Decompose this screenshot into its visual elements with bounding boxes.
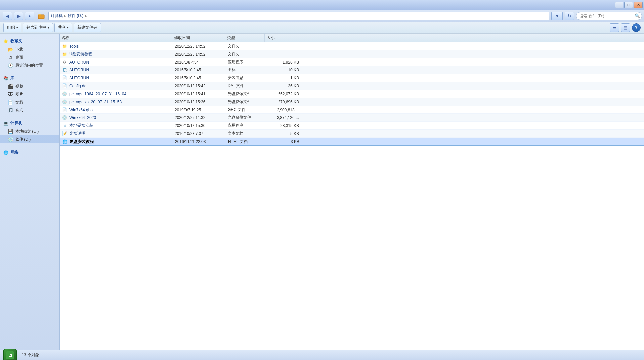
table-row[interactable]: 📝 光盘说明 2016/10/23 7:07 文本文档 5 KB (60, 130, 644, 138)
file-name: Win7x64.gho (69, 108, 93, 112)
file-list-header: 名称 修改日期 类型 大小 (60, 34, 644, 42)
sidebar-item-desktop[interactable]: 🖥 桌面 (0, 53, 59, 61)
network-section: 🌐 网络 (0, 148, 59, 157)
sidebar-item-software-d[interactable]: 💿 软件 (D:) (0, 135, 59, 143)
table-row[interactable]: 📄 Config.dat 2020/10/12 15:42 DAT 文件 36 … (60, 82, 644, 90)
table-row[interactable]: 📄 AUTORUN 2015/5/10 2:45 安装信息 1 KB (60, 74, 644, 82)
sidebar-item-image[interactable]: 🖼 图片 (0, 90, 59, 98)
file-name-cell: 🖼 AUTORUN (60, 67, 172, 73)
organize-button[interactable]: 组织 ▾ (3, 23, 21, 32)
file-icon: 💿 (62, 115, 67, 121)
image-icon: 🖼 (7, 91, 13, 97)
file-name-cell: 💿 Win7x64_2020 (60, 115, 172, 121)
share-button[interactable]: 共享 ▾ (54, 23, 72, 32)
titlebar: ─ □ ✕ (0, 0, 644, 10)
table-row[interactable]: 📁 Tools 2020/12/25 14:52 文件夹 (60, 42, 644, 50)
network-header[interactable]: 🌐 网络 (0, 148, 59, 157)
status-count: 13 个对象 (22, 352, 39, 358)
recent-icon: 🕐 (7, 62, 13, 68)
address-bar: ◀ ▶ ▲ 计算机 ▶ 软件 (D:) ▶ ▾ ↻ 🔍 (0, 10, 644, 22)
music-label: 音乐 (15, 108, 23, 113)
library-icon: 📚 (3, 76, 8, 81)
file-icon: 📄 (62, 75, 67, 81)
col-header-date[interactable]: 修改日期 (172, 34, 225, 42)
col-header-name[interactable]: 名称 (60, 34, 172, 42)
library-header[interactable]: 📚 库 (0, 74, 59, 82)
minimize-button[interactable]: ─ (615, 2, 623, 8)
file-type-cell: 文本文档 (225, 131, 265, 136)
breadcrumb-computer[interactable]: 计算机 (51, 13, 63, 19)
forward-button[interactable]: ▶ (14, 12, 23, 20)
favorites-label: 收藏夹 (10, 38, 22, 44)
view-toggle-button2[interactable]: ▤ (621, 23, 630, 32)
video-icon: 🎬 (7, 83, 13, 89)
software-d-label: 软件 (D:) (15, 137, 31, 142)
sidebar-item-music[interactable]: 🎵 音乐 (0, 106, 59, 114)
file-type-cell: 光盘映像文件 (225, 99, 265, 105)
dropdown-button[interactable]: ▾ (551, 12, 563, 20)
view-toggle-button[interactable]: ☰ (610, 23, 619, 32)
file-icon: 📁 (62, 43, 67, 49)
file-icon: ⚙ (62, 59, 67, 65)
table-row[interactable]: 🖼 AUTORUN 2015/5/10 2:45 图标 10 KB (60, 66, 644, 74)
file-name-cell: 📄 AUTORUN (60, 75, 172, 81)
up-button[interactable]: ▲ (25, 12, 34, 20)
file-date-cell: 2016/11/21 22:03 (172, 139, 225, 144)
file-icon: 💿 (62, 99, 67, 105)
table-row[interactable]: 📄 Win7x64.gho 2019/9/7 19:25 GHO 文件 2,90… (60, 106, 644, 114)
breadcrumb-bar[interactable]: 计算机 ▶ 软件 (D:) ▶ (48, 12, 549, 20)
file-icon: 📄 (62, 107, 67, 113)
folder-icon (36, 11, 46, 21)
file-date-cell: 2016/10/23 7:07 (172, 131, 225, 136)
file-size-cell: 3,874,126 ... (265, 115, 304, 120)
svg-text:🖥: 🖥 (7, 353, 13, 358)
search-input[interactable] (576, 12, 642, 20)
table-row[interactable]: 📁 U盘安装教程 2020/12/25 14:52 文件夹 (60, 50, 644, 58)
library-button[interactable]: 包含到库中 ▾ (23, 23, 53, 32)
file-name: Tools (69, 44, 79, 49)
table-row[interactable]: 🌐 硬盘安装教程 2016/11/21 22:03 HTML 文档 3 KB (60, 138, 644, 146)
breadcrumb-sep1: ▶ (64, 14, 66, 18)
network-icon: 🌐 (3, 150, 8, 155)
organize-dropdown-icon: ▾ (16, 26, 18, 29)
new-folder-button[interactable]: 新建文件夹 (74, 23, 101, 32)
file-name: AUTORUN (69, 68, 89, 72)
file-date-cell: 2020/10/12 15:36 (172, 100, 225, 104)
file-type-cell: 安装信息 (225, 75, 265, 81)
close-button[interactable]: ✕ (634, 2, 643, 8)
table-row[interactable]: 💿 pe_yqs_xp_20_07_31_15_53 2020/10/12 15… (60, 98, 644, 106)
computer-header[interactable]: 💻 计算机 (0, 119, 59, 127)
sidebar-item-local-c[interactable]: 💾 本地磁盘 (C:) (0, 127, 59, 135)
table-row[interactable]: 🖥 本地硬盘安装 2020/10/12 15:30 应用程序 28,315 KB (60, 122, 644, 130)
file-name-cell: 📝 光盘说明 (60, 131, 172, 137)
breadcrumb-drive[interactable]: 软件 (D:) (68, 13, 83, 19)
toolbar-right: ☰ ▤ ? (610, 23, 641, 32)
refresh-button[interactable]: ↻ (565, 12, 574, 20)
col-header-type[interactable]: 类型 (225, 34, 265, 42)
maximize-button[interactable]: □ (624, 2, 633, 8)
computer-icon: 💻 (3, 121, 8, 126)
sidebar-item-download[interactable]: 📂 下载 (0, 45, 59, 53)
sidebar-item-video[interactable]: 🎬 视频 (0, 82, 59, 90)
image-label: 图片 (15, 92, 23, 97)
file-name-cell: 📁 Tools (60, 43, 172, 49)
file-size-cell: 652,072 KB (265, 92, 304, 96)
table-row[interactable]: 💿 Win7x64_2020 2020/12/25 11:32 光盘映像文件 3… (60, 114, 644, 122)
favorites-header[interactable]: ⭐ 收藏夹 (0, 37, 59, 45)
file-size-cell: 2,900,813 ... (265, 108, 304, 112)
file-date-cell: 2015/5/10 2:45 (172, 68, 225, 72)
table-row[interactable]: ⚙ AUTORUN 2016/1/8 4:54 应用程序 1,926 KB (60, 58, 644, 66)
back-button[interactable]: ◀ (3, 12, 12, 20)
table-row[interactable]: 💿 pe_yqs_1064_20_07_31_16_04 2020/10/12 … (60, 90, 644, 98)
file-name: 本地硬盘安装 (69, 123, 93, 128)
toolbar: 组织 ▾ 包含到库中 ▾ 共享 ▾ 新建文件夹 ☰ ▤ ? (0, 22, 644, 34)
col-header-size[interactable]: 大小 (265, 34, 304, 42)
help-button[interactable]: ? (632, 23, 641, 32)
download-label: 下载 (15, 47, 23, 52)
search-button[interactable]: 🔍 (633, 12, 641, 20)
file-icon: 🖼 (62, 67, 67, 73)
sidebar-item-document[interactable]: 📄 文档 (0, 98, 59, 106)
computer-section: 💻 计算机 💾 本地磁盘 (C:) 💿 软件 (D:) (0, 119, 59, 143)
file-size-cell: 36 KB (265, 84, 304, 88)
sidebar-item-recent[interactable]: 🕐 最近访问的位置 (0, 61, 59, 69)
